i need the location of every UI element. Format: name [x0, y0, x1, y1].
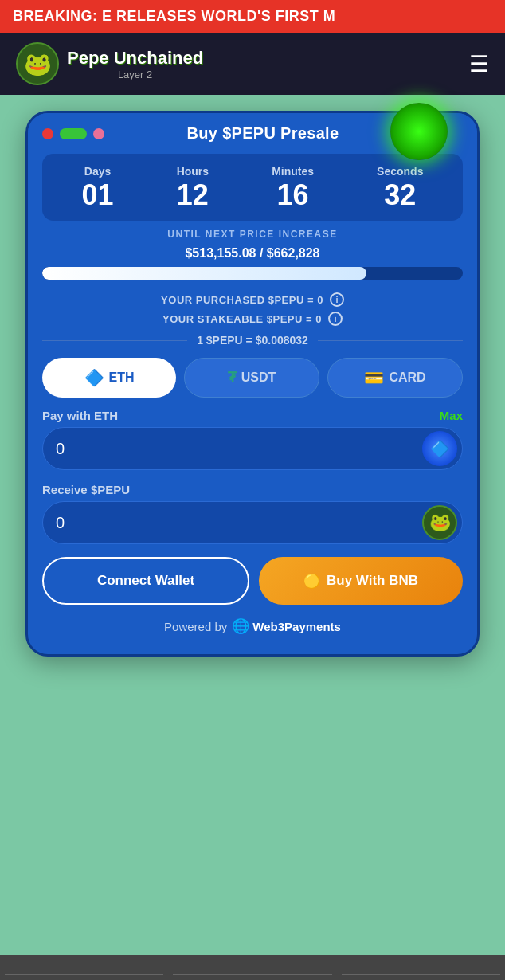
tab-card-label: CARD: [389, 370, 425, 385]
max-button[interactable]: Max: [440, 409, 463, 422]
stakeable-info-icon[interactable]: i: [328, 312, 343, 326]
receive-input-wrap: 🐸: [42, 501, 463, 544]
web3-brand-label: Web3Payments: [252, 620, 341, 633]
tab-card[interactable]: 💳 CARD: [327, 358, 463, 398]
web3-icon: 🌐: [232, 617, 249, 635]
countdown-days: Days 01: [82, 165, 114, 210]
minutes-value: 16: [277, 181, 309, 210]
seconds-value: 32: [384, 181, 416, 210]
logo-icon: 🐸: [16, 42, 59, 85]
logo: 🐸 Pepe Unchained Layer 2: [16, 42, 203, 85]
progress-bar-wrap: [42, 267, 463, 280]
card-title: Buy $PEPU Presale: [111, 124, 415, 143]
hamburger-icon[interactable]: ☰: [469, 51, 489, 77]
countdown-minutes: Minutes 16: [272, 165, 314, 210]
dot-green: [60, 128, 87, 139]
stakeable-row: YOUR STAKEABLE $PEPU = 0 i: [28, 312, 477, 326]
dot-red: [42, 128, 53, 139]
purchased-text: YOUR PURCHASED $PEPU = 0: [161, 294, 323, 306]
days-value: 01: [82, 181, 114, 210]
pay-input[interactable]: [56, 432, 422, 466]
pay-input-wrap: 🔷: [42, 427, 463, 470]
until-text: UNTIL NEXT PRICE INCREASE: [28, 229, 477, 240]
payment-tabs: 🔷 ETH ₮ USDT 💳 CARD: [42, 358, 463, 398]
pay-label: Pay with ETH: [42, 409, 118, 422]
price-line-right: [318, 340, 463, 341]
eth-input-icon: 🔷: [422, 431, 457, 466]
grid-lines-1: [0, 971, 505, 978]
days-label: Days: [84, 165, 111, 178]
brand-name: Pepe Unchained: [67, 48, 203, 69]
connect-wallet-button[interactable]: Connect Wallet: [42, 557, 249, 605]
bnb-coin-icon: 🟡: [303, 573, 320, 590]
card-icon: 💳: [364, 368, 384, 387]
brand-second: Unchained: [114, 48, 203, 68]
brand-layer: Layer 2: [67, 69, 203, 80]
powered-by-row: Powered by 🌐 Web3Payments: [28, 617, 477, 635]
main-background: Buy $PEPU Presale Days 01 Hours 12 Minut…: [0, 95, 505, 955]
bottom-grid: [0, 955, 505, 980]
hours-value: 12: [177, 181, 209, 210]
dot-pink: [93, 128, 104, 139]
grid-line: [5, 974, 163, 975]
grid-line: [342, 974, 500, 975]
seconds-label: Seconds: [377, 165, 423, 178]
grid-line: [173, 974, 331, 975]
eth-icon: 🔷: [84, 368, 104, 387]
price-line-left: [42, 340, 187, 341]
tab-eth[interactable]: 🔷 ETH: [42, 358, 176, 398]
buy-with-bnb-button[interactable]: 🟡 Buy With BNB: [259, 557, 463, 605]
hours-label: Hours: [177, 165, 209, 178]
logo-text: Pepe Unchained Layer 2: [67, 48, 203, 80]
powered-by-text: Powered by: [164, 620, 227, 633]
receive-label-row: Receive $PEPU: [42, 483, 463, 496]
price-text: 1 $PEPU = $0.008032: [197, 334, 308, 347]
usdt-icon: ₮: [228, 369, 237, 386]
purchased-info-icon[interactable]: i: [330, 292, 344, 307]
purchased-row: YOUR PURCHASED $PEPU = 0 i: [28, 292, 477, 307]
header: 🐸 Pepe Unchained Layer 2 ☰: [0, 33, 505, 95]
receive-label: Receive $PEPU: [42, 483, 130, 496]
minutes-label: Minutes: [272, 165, 314, 178]
receive-input[interactable]: [56, 506, 422, 540]
web3payments-brand: 🌐 Web3Payments: [232, 617, 341, 635]
card-container: Buy $PEPU Presale Days 01 Hours 12 Minut…: [25, 111, 480, 657]
stakeable-text: YOUR STAKEABLE $PEPU = 0: [162, 313, 322, 325]
breaking-banner: BREAKING: E RELEASES WORLD'S FIRST M: [0, 0, 505, 33]
countdown-hours: Hours 12: [177, 165, 209, 210]
brand-first: Pepe: [67, 48, 114, 68]
price-row: 1 $PEPU = $0.008032: [42, 334, 463, 347]
countdown-box: Days 01 Hours 12 Minutes 16 Seconds 32: [42, 154, 463, 221]
progress-bar-fill: [42, 267, 366, 280]
pay-label-row: Pay with ETH Max: [42, 409, 463, 422]
glow-circle: [390, 103, 448, 160]
tab-usdt-label: USDT: [241, 370, 276, 385]
countdown-seconds: Seconds 32: [377, 165, 423, 210]
buy-btn-label: Buy With BNB: [327, 573, 418, 589]
pepe-input-icon: 🐸: [422, 505, 457, 540]
tab-eth-label: ETH: [109, 370, 135, 385]
progress-amount: $513,155.08 / $662,828: [28, 246, 477, 261]
buttons-row: Connect Wallet 🟡 Buy With BNB: [42, 557, 463, 605]
main-card: Buy $PEPU Presale Days 01 Hours 12 Minut…: [25, 111, 480, 657]
tab-usdt[interactable]: ₮ USDT: [184, 358, 319, 398]
